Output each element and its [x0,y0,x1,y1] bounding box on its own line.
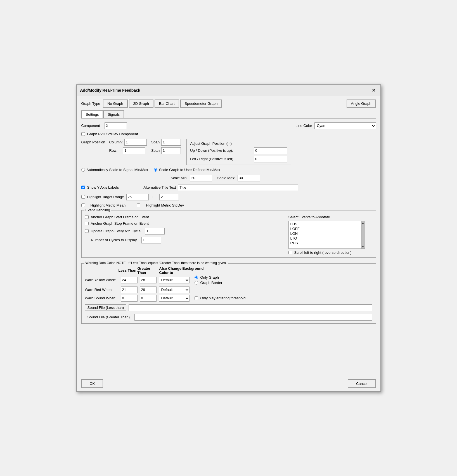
auto-scale-radio[interactable] [81,168,85,172]
row-row: Row: [109,147,147,154]
alt-title-input[interactable] [178,184,298,191]
only-graph-radio-row: Only Graph [195,275,222,280]
row-input[interactable] [123,147,145,154]
auto-scale-label: Automatically Scale to Signal Min/Max [87,168,148,172]
sound-less-input[interactable] [129,304,372,311]
event-item-rhs[interactable]: RHS [290,241,360,245]
event-list-scrollbar[interactable]: ▲ ▼ [361,221,365,249]
update-graph-checkbox[interactable] [85,229,89,233]
cancel-button[interactable]: Cancel [348,379,376,388]
left-right-label: Left / Right (Positive is left): [190,157,252,161]
graph-position-label: Graph Position [81,139,109,144]
highlight-metric-stddev-label: Highlight Metric StdDev [146,203,184,207]
highlight-metric-mean-checkbox[interactable] [81,203,85,207]
left-right-input[interactable] [254,156,287,162]
sound-greater-input[interactable] [134,314,372,321]
up-down-label: Up / Down (Positive is up): [190,148,252,153]
event-inner: Anchor Graph Start Frame on Event Anchor… [85,215,372,255]
only-play-checkbox[interactable] [195,296,198,300]
span-row-row: Span [151,147,181,154]
highlight-metric-stddev-checkbox[interactable] [137,203,140,207]
title-bar: Add/Modify Real-Time Feedback ✕ [77,85,380,96]
num-cycles-input[interactable] [141,237,161,243]
scroll-up-arrow[interactable]: ▲ [361,221,365,225]
close-button[interactable]: ✕ [370,87,377,94]
sound-greater-label: Sound File (Greater Than) [85,314,132,320]
anchor-stop-checkbox[interactable] [85,222,89,225]
warn-yellow-gt-input[interactable] [140,277,157,283]
user-scale-radio[interactable] [154,168,157,172]
warn-yellow-bg-select[interactable]: DefaultRedYellowGreenBlue [159,277,190,283]
only-play-label: Only play entering threshold [200,296,246,300]
sub-tabs: Settings Signals [81,110,376,119]
event-item-lhs[interactable]: LHS [290,222,360,226]
row-label: Row: [109,148,118,153]
scroll-reverse-row: Scroll left to right (reverse direction) [288,250,372,255]
warn-red-gt-input[interactable] [140,286,157,293]
component-input[interactable] [105,122,127,129]
event-item-loff[interactable]: LOFF [290,226,360,231]
update-graph-label: Update Graph Every Nth Cycle [91,229,141,233]
bottom-buttons: OK Cancel [77,376,380,391]
scroll-down-arrow[interactable]: ▼ [361,245,365,248]
up-down-input[interactable] [254,147,287,154]
alt-title-label: Alternative Title Text [143,185,176,190]
graph-border-radio[interactable] [195,281,198,285]
scale-min-input[interactable] [190,175,212,181]
span-col-input[interactable] [161,139,181,146]
highlight-target-checkbox[interactable] [81,195,85,199]
tab-speedometer-graph[interactable]: Speedometer Graph [180,100,222,108]
tab-settings[interactable]: Settings [81,110,103,118]
warn-red-lt-input[interactable] [121,286,138,293]
graph-type-label: Graph Type [81,101,100,106]
highlight-target-label: Highlight Target Range [87,195,124,199]
span-row-label: Span [151,148,160,153]
adjust-graph-title: Adjust Graph Position (m) [190,141,287,146]
warn-yellow-lt-input[interactable] [121,277,138,283]
tab-bar-chart[interactable]: Bar Chart [155,100,179,108]
warn-sound-label: Warn Sound When: [85,296,119,300]
warn-red-row: Warn Red When: DefaultRedYellowGreenBlue [85,286,372,293]
graph-position-outer-row: Graph Position Column: Row: Span [81,139,376,165]
component-label: Component [81,124,100,128]
scale-max-input[interactable] [238,175,260,181]
line-color-group: Line Color Cyan Red Green Blue Yellow Wh… [295,122,376,129]
anchor-stop-row: Anchor Graph Stop Frame on Event [85,221,283,226]
warn-sound-gt-input[interactable] [140,295,157,302]
scale-row: Automatically Scale to Signal Min/Max Sc… [81,168,376,172]
less-than-header: Less Than [119,268,138,273]
tab-2d-graph[interactable]: 2D Graph [129,100,153,108]
highlight-target-input[interactable] [126,194,149,200]
user-scale-label: Scale Graph to User Defined Min/Max [159,168,220,172]
anchor-start-checkbox[interactable] [85,215,89,219]
graph-p2d-label: Graph P2D StdDev Component [87,132,138,136]
highlight-range-input[interactable] [159,194,179,200]
update-graph-input[interactable] [145,228,165,235]
event-left: Anchor Graph Start Frame on Event Anchor… [85,215,283,255]
warning-box: Warning Data Color. NOTE: If 'Less Than'… [81,263,376,324]
column-row: Column: [109,139,147,146]
tab-angle-graph[interactable]: Angle Graph [347,100,376,108]
span-group: Span Span [151,139,181,154]
warning-headers: Less Than Greater Than Also Change Backg… [85,266,372,275]
tab-signals[interactable]: Signals [103,110,124,118]
warn-red-bg-select[interactable]: DefaultRedYellowGreenBlue [159,286,190,293]
scroll-reverse-checkbox[interactable] [288,251,292,254]
graph-p2d-checkbox[interactable] [81,132,85,136]
only-graph-radio[interactable] [195,276,198,279]
warn-sound-lt-input[interactable] [121,295,138,302]
warn-sound-bg-select[interactable]: DefaultRedYellowGreenBlue [159,295,190,302]
up-down-row: Up / Down (Positive is up): [190,147,287,154]
column-input[interactable] [124,139,147,146]
auto-scale-group: Automatically Scale to Signal Min/Max [81,168,148,172]
span-row-input[interactable] [161,147,181,154]
event-item-lon[interactable]: LON [290,231,360,236]
ok-button[interactable]: OK [81,379,103,388]
line-color-select[interactable]: Cyan Red Green Blue Yellow White Black [314,122,376,129]
show-y-axis-checkbox[interactable] [81,186,85,189]
event-list[interactable]: LHS LOFF LON LTO RHS [288,221,361,249]
tab-no-graph[interactable]: No Graph [103,100,127,108]
adjust-inner: Up / Down (Positive is up): Left / Right… [190,147,287,162]
sound-less-row: Sound File (Less than) [85,304,372,311]
event-item-lto[interactable]: LTO [290,236,360,241]
